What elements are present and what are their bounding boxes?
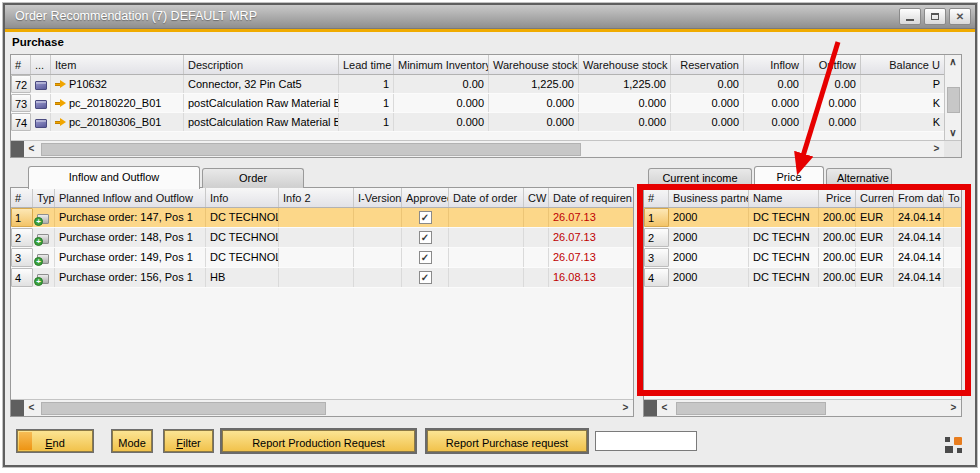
approved-checkbox[interactable]: ✓ xyxy=(419,271,432,284)
table-row[interactable]: 74 pc_20180306_B01 postCalculation Raw M… xyxy=(11,113,944,132)
end-button[interactable]: End xyxy=(17,430,93,452)
col-to-date[interactable]: To xyxy=(944,188,961,207)
scroll-left-button[interactable]: < xyxy=(24,141,39,157)
row-selector[interactable]: 4 xyxy=(644,268,669,287)
purchase-order-icon: + xyxy=(37,254,49,264)
col-business-partner[interactable]: Business partner xyxy=(669,188,749,207)
approved-checkbox[interactable]: ✓ xyxy=(419,231,432,244)
col-inflow[interactable]: Inflow xyxy=(744,55,804,74)
scrollbar-split-handle[interactable] xyxy=(11,141,24,157)
col-lead-time[interactable]: Lead time xyxy=(339,55,394,74)
col-num[interactable]: # xyxy=(11,55,31,74)
minimize-button[interactable] xyxy=(899,8,921,25)
scrollbar-track[interactable] xyxy=(581,141,929,157)
scrollbar-thumb[interactable] xyxy=(41,402,326,415)
col-balance[interactable]: Balance U xyxy=(861,55,944,74)
col-date-of-requirement[interactable]: Date of requiren xyxy=(549,188,633,207)
tab-price[interactable]: Price xyxy=(754,166,824,189)
col-approved[interactable]: Approved xyxy=(402,188,449,207)
col-iversion[interactable]: I-Version xyxy=(354,188,402,207)
table-row[interactable]: 2 + Purchase order: 148, Pos 1 DC TECHNO… xyxy=(11,228,633,248)
cell-inflow: 0.000 xyxy=(744,113,804,131)
row-selector[interactable]: 4 xyxy=(11,268,33,287)
report-purchase-request-button[interactable]: Report Purchase request xyxy=(427,430,587,452)
scroll-right-button[interactable]: > xyxy=(618,400,633,416)
col-reservation[interactable]: Reservation xyxy=(671,55,744,74)
col-type[interactable]: Typ xyxy=(33,188,55,207)
scrollbar-track[interactable] xyxy=(826,400,946,416)
col-info2[interactable]: Info 2 xyxy=(279,188,354,207)
mode-button[interactable]: Mode xyxy=(112,430,152,452)
scrollbar-track[interactable] xyxy=(326,400,618,416)
col-description[interactable]: Description xyxy=(184,55,339,74)
table-row[interactable]: 4 2000 DC TECHN 200.00 EUR 24.04.14 xyxy=(644,268,961,288)
link-arrow-icon[interactable] xyxy=(55,118,66,127)
scrollbar-thumb[interactable] xyxy=(676,402,826,415)
row-selector[interactable]: 2 xyxy=(11,228,33,247)
col-num[interactable]: # xyxy=(644,188,669,207)
table-row[interactable]: 73 pc_20180220_B01 postCalculation Raw M… xyxy=(11,94,944,113)
scrollbar-split-handle[interactable] xyxy=(11,400,24,416)
row-selector[interactable]: 3 xyxy=(11,248,33,267)
col-from-date[interactable]: From date xyxy=(894,188,944,207)
scrollbar-thumb[interactable] xyxy=(41,143,581,156)
col-num[interactable]: # xyxy=(11,188,33,207)
tab-order[interactable]: Order xyxy=(202,168,304,188)
approved-checkbox[interactable]: ✓ xyxy=(419,251,432,264)
col-warehouse-stock-1[interactable]: Warehouse stock xyxy=(489,55,579,74)
col-currency[interactable]: Currenc xyxy=(856,188,894,207)
col-warehouse-stock-2[interactable]: Warehouse stock xyxy=(579,55,671,74)
approved-checkbox[interactable]: ✓ xyxy=(419,211,432,224)
col-date-of-order[interactable]: Date of order xyxy=(449,188,524,207)
col-outflow[interactable]: Outflow xyxy=(804,55,861,74)
inflow-horizontal-scrollbar[interactable]: < > xyxy=(11,399,633,416)
col-name[interactable]: Name xyxy=(749,188,819,207)
price-horizontal-scrollbar[interactable]: < > xyxy=(644,399,961,416)
link-arrow-icon[interactable] xyxy=(55,80,66,89)
col-planned[interactable]: Planned Inflow and Outflow xyxy=(55,188,206,207)
items-horizontal-scrollbar[interactable]: < > xyxy=(11,140,961,157)
table-row[interactable]: 4 + Purchase order: 156, Pos 1 HB ✓ 16.0… xyxy=(11,268,633,288)
footer-input[interactable] xyxy=(595,431,697,451)
col-dots[interactable]: ... xyxy=(31,55,51,74)
scroll-right-button[interactable]: > xyxy=(929,141,944,157)
scroll-left-button[interactable]: < xyxy=(24,400,39,416)
close-button[interactable]: ✕ xyxy=(949,8,971,25)
report-production-request-button[interactable]: Report Production Request xyxy=(222,430,415,452)
table-row[interactable]: 72 P10632 Connector, 32 Pin Cat5 1 0.00 … xyxy=(11,75,944,94)
scroll-right-button[interactable]: > xyxy=(946,400,961,416)
row-selector[interactable]: 1 xyxy=(11,208,33,227)
tab-current-income[interactable]: Current income xyxy=(648,168,752,188)
scroll-up-button[interactable]: ∧ xyxy=(945,55,961,69)
scroll-down-button[interactable]: ∨ xyxy=(945,126,961,140)
tab-inflow-and-outflow[interactable]: Inflow and Outflow xyxy=(28,166,200,189)
maximize-button[interactable] xyxy=(924,8,946,25)
col-info[interactable]: Info xyxy=(206,188,279,207)
cell-info2 xyxy=(279,248,354,267)
col-item[interactable]: Item xyxy=(51,55,184,74)
table-row[interactable]: 1 2000 DC TECHN 200.00 EUR 24.04.14 xyxy=(644,208,961,228)
col-cw[interactable]: CW xyxy=(524,188,549,207)
link-arrow-icon[interactable] xyxy=(55,99,66,108)
scrollbar-split-handle[interactable] xyxy=(644,400,657,416)
resize-grip-icon[interactable] xyxy=(945,437,962,453)
row-selector[interactable]: 72 xyxy=(11,75,31,93)
scroll-left-button[interactable]: < xyxy=(657,400,672,416)
title-bar[interactable]: Order Recommendation (7) DEFAULT MRP ✕ xyxy=(5,5,975,29)
row-selector[interactable]: 3 xyxy=(644,248,669,267)
row-selector[interactable]: 1 xyxy=(644,208,669,227)
row-selector[interactable]: 74 xyxy=(11,113,31,131)
filter-button[interactable]: Filter xyxy=(164,430,213,452)
items-vertical-scrollbar[interactable]: ∧ ∨ xyxy=(944,55,961,140)
table-row[interactable]: 2 2000 DC TECHN 200.00 EUR 24.04.14 xyxy=(644,228,961,248)
row-selector[interactable]: 2 xyxy=(644,228,669,247)
items-table-frame: # ... Item Description Lead time Minimum… xyxy=(10,54,962,158)
table-row[interactable]: 3 2000 DC TECHN 200.00 EUR 24.04.14 xyxy=(644,248,961,268)
row-selector[interactable]: 73 xyxy=(11,94,31,112)
table-row[interactable]: 3 + Purchase order: 149, Pos 1 DC TECHNO… xyxy=(11,248,633,268)
col-price[interactable]: Price xyxy=(819,188,856,207)
tab-alternative[interactable]: Alternative xyxy=(826,168,892,188)
scrollbar-thumb[interactable] xyxy=(947,87,960,113)
table-row[interactable]: 1 + Purchase order: 147, Pos 1 DC TECHNO… xyxy=(11,208,633,228)
col-min-inventory[interactable]: Minimum Inventory xyxy=(394,55,489,74)
